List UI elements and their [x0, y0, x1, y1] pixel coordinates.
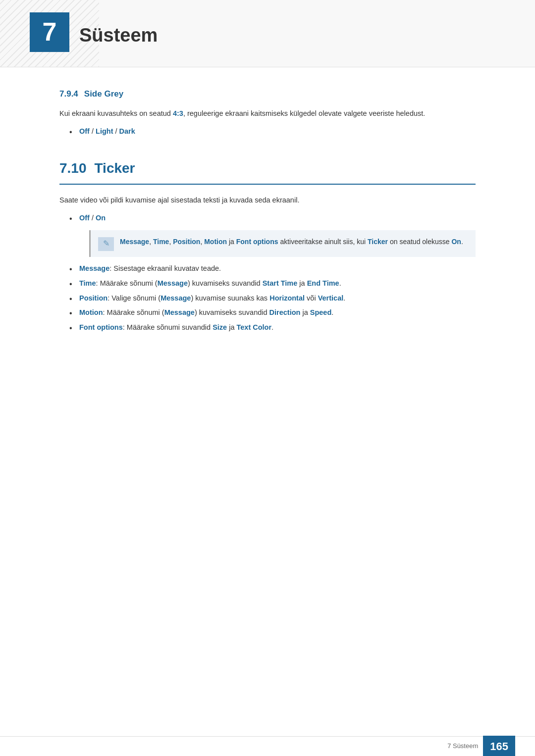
section-794-title: Side Grey — [84, 89, 123, 99]
chapter-title: Süsteem — [69, 11, 158, 50]
note-box: Message, Time, Position, Motion ja Font … — [89, 230, 476, 257]
bullet-message: Message: Sisestage ekraanil kuvatav tead… — [69, 263, 476, 275]
bullet-off-light-dark: Off / Light / Dark — [69, 126, 476, 138]
bullet-position: Position: Valige sõnumi (Message) kuvami… — [69, 293, 476, 304]
chapter-number: 7 — [30, 12, 69, 52]
bullet-motion: Motion: Määrake sõnumi (Message) kuvamis… — [69, 307, 476, 319]
chapter-header: 7 Süsteem — [0, 0, 535, 67]
section-710-intro: Saate video või pildi kuvamise ajal sise… — [59, 195, 476, 206]
section-710-num: 7.10 — [59, 157, 87, 180]
section-710-bullets: Off / On Message, Time, Position, Motion… — [59, 212, 476, 334]
footer-label: 7 Süsteem — [447, 741, 478, 752]
section-710-heading: 7.10 Ticker — [59, 157, 476, 185]
main-content: 7.9.4Side Grey Kui ekraani kuvasuhteks o… — [0, 87, 535, 334]
section-710: 7.10 Ticker Saate video või pildi kuvami… — [59, 157, 476, 334]
note-text: Message, Time, Position, Motion ja Font … — [120, 236, 463, 247]
note-icon — [98, 237, 114, 251]
section-794-body: Kui ekraani kuvasuhteks on seatud 4:3, r… — [59, 108, 476, 120]
footer-page-number: 165 — [483, 736, 515, 756]
bullet-off-on: Off / On Message, Time, Position, Motion… — [69, 212, 476, 257]
bullet-time: Time: Määrake sõnumi (Message) kuvamisek… — [69, 278, 476, 290]
section-794-heading: 7.9.4Side Grey — [59, 87, 476, 101]
section-794-bullets: Off / Light / Dark — [59, 126, 476, 138]
section-794: 7.9.4Side Grey Kui ekraani kuvasuhteks o… — [59, 87, 476, 138]
bullet-font-options: Font options: Määrake sõnumi suvandid Si… — [69, 322, 476, 334]
footer: 7 Süsteem 165 — [0, 736, 535, 756]
section-710-title: Ticker — [95, 157, 135, 180]
section-794-num: 7.9.4 — [59, 89, 78, 99]
